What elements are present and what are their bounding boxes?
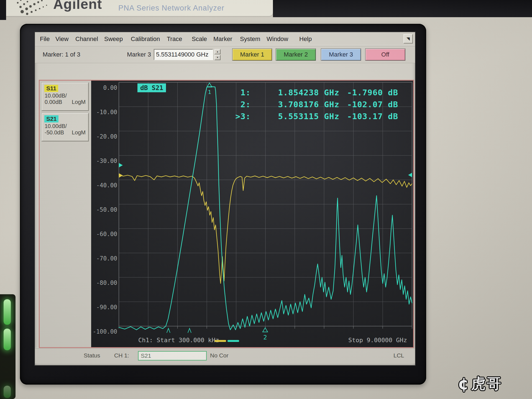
marker-frequency-input[interactable] (154, 49, 213, 60)
stepper-up-icon[interactable]: ▲ (214, 49, 221, 54)
marker-readout-2: 2: 3.708176 GHz -102.07 dB (212, 99, 398, 111)
trace-label-s11: S11 (44, 85, 58, 92)
watermark-logo-icon: ¢ (458, 374, 469, 393)
svg-text:2: 2 (263, 334, 267, 341)
menu-item-system[interactable]: System (239, 32, 261, 46)
reference-arrow-icon (119, 173, 123, 178)
panel-top-shadow (273, 0, 532, 17)
screen-bezel: File View Channel Sweep Calibration Trac… (20, 24, 426, 385)
marker-readout-1: 1: 1.854238 GHz -1.7960 dB (212, 87, 398, 99)
svg-text:1: 1 (208, 89, 211, 95)
svg-text:-100.00: -100.00 (93, 328, 117, 335)
marker-2-button[interactable]: Marker 2 (276, 48, 316, 61)
watermark: ¢ 虎哥 (458, 374, 502, 393)
svg-text:0.00: 0.00 (103, 85, 117, 91)
led-light (4, 329, 11, 350)
marker-1-button[interactable]: Marker 1 (232, 48, 272, 61)
trace-format-s21: LogM (72, 129, 86, 136)
lcl-status: LCL (393, 348, 404, 364)
trace-format-s11: LogM (72, 99, 86, 105)
plot-area[interactable]: 0.00-10.00-20.00-30.00-40.00-50.00-60.00… (91, 81, 413, 347)
trace-scale-s11: 10.00dB/ (42, 93, 88, 99)
marker-toolbar: Marker: 1 of 3 Marker 3 ▲ ▼ Marker 1 Mar… (35, 46, 415, 63)
trace-ref-s11: 0.00dB (45, 99, 62, 105)
menu-item-sweep[interactable]: Sweep (103, 32, 124, 46)
svg-text:-80.00: -80.00 (96, 280, 117, 286)
reference-arrow-icon (119, 163, 123, 167)
watermark-text: 虎哥 (471, 374, 502, 393)
marker-2-triangle-icon (263, 328, 268, 332)
frequency-stepper: ▲ ▼ (214, 49, 221, 60)
y-axis-labels: 0.00-10.00-20.00-30.00-40.00-50.00-60.00… (93, 85, 117, 335)
svg-text:-30.00: -30.00 (96, 158, 117, 164)
s11-legend-dash (214, 340, 226, 342)
front-panel-light-strip (0, 294, 16, 399)
menu-bar: File View Channel Sweep Calibration Trac… (35, 32, 415, 46)
trace-label-s21: S21 (44, 115, 58, 122)
trace-box-s21[interactable]: S21 10.00dB/ -50.0dB LogM (42, 113, 89, 141)
trace-sidebar: S11 10.00dB/ 0.00dB LogM S21 10.00dB/ -5… (40, 81, 91, 347)
menu-item-view[interactable]: View (54, 32, 70, 46)
analyzer-photo: Agilent PNA Series Network Analyzer File… (0, 0, 532, 399)
svg-text:-20.00: -20.00 (96, 133, 117, 140)
menu-item-file[interactable]: File (39, 32, 51, 46)
status-label: Status (84, 348, 100, 364)
channel-label: CH 1: (114, 348, 129, 364)
menu-item-help[interactable]: Help (298, 32, 313, 46)
svg-text:-90.00: -90.00 (96, 304, 117, 311)
marker-status-label: Marker: 1 of 3 (43, 46, 80, 63)
marker-3-button[interactable]: Marker 3 (321, 48, 361, 61)
svg-text:-60.00: -60.00 (96, 231, 117, 237)
led-light (4, 386, 11, 398)
menu-item-window[interactable]: Window (265, 32, 289, 46)
menu-item-calibration[interactable]: Calibration (130, 32, 161, 46)
stepper-down-icon[interactable]: ▼ (214, 55, 221, 60)
menu-item-channel[interactable]: Channel (74, 32, 99, 46)
marker-off-button[interactable]: Off (365, 48, 405, 61)
measurement-status-box: S21 (138, 351, 207, 360)
brand-name: Agilent (53, 0, 102, 12)
agilent-starburst-icon (14, 0, 56, 16)
brand-plate: Agilent PNA Series Network Analyzer (6, 0, 273, 16)
svg-text:-50.00: -50.00 (96, 206, 117, 213)
svg-text:-40.00: -40.00 (96, 182, 117, 189)
status-bar: Status CH 1: S21 No Cor LCL (35, 348, 415, 364)
marker-readout-3: >3: 5.553115 GHz -103.17 dB (212, 111, 398, 122)
svg-text:-10.00: -10.00 (96, 109, 117, 116)
product-name: PNA Series Network Analyzer (118, 4, 224, 12)
menu-item-trace[interactable]: Trace (166, 32, 183, 46)
window-corner-icon[interactable]: ◥ (403, 34, 413, 44)
sweep-start-label: Ch1: Start 300.000 kHz (138, 337, 219, 344)
measurement-badge: dB S21 (137, 83, 166, 92)
led-light (4, 299, 11, 325)
marker-tick-icon (188, 328, 191, 333)
trace-ref-s21: -50.0dB (45, 129, 64, 136)
marker-readouts: 1: 1.854238 GHz -1.7960 dB 2: 3.708176 G… (212, 87, 398, 122)
s21-legend-dash (227, 340, 239, 342)
marker-input-label: Marker 3 (118, 46, 151, 63)
correction-status: No Cor (210, 348, 229, 364)
svg-text:-70.00: -70.00 (96, 255, 117, 262)
menu-item-marker[interactable]: Marker (212, 32, 233, 46)
marker-tick-icon (167, 328, 170, 333)
channel-window: S11 10.00dB/ 0.00dB LogM S21 10.00dB/ -5… (39, 80, 414, 348)
sweep-stop-label: Stop 9.00000 GHz (348, 337, 407, 344)
menu-item-scale[interactable]: Scale (191, 32, 208, 46)
panel-edge-shadow (0, 0, 6, 20)
reference-arrow-icon (408, 173, 412, 177)
trace-scale-s21: 10.00dB/ (42, 123, 88, 129)
trace-box-s11[interactable]: S11 10.00dB/ 0.00dB LogM (42, 83, 89, 111)
lcd-screen: File View Channel Sweep Calibration Trac… (35, 32, 415, 365)
